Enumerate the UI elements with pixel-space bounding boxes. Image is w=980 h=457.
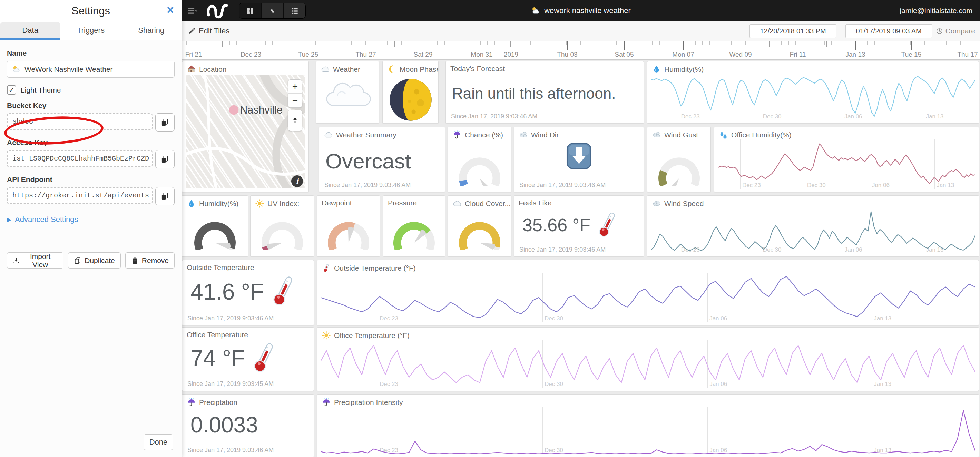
tile-humidity-chart[interactable]: Humidity(%)Dec 23Dec 30Jan 06Jan 13 (647, 61, 979, 124)
user-email[interactable]: jamie@initialstate.com (900, 0, 972, 21)
close-icon[interactable]: × (167, 3, 174, 17)
precip_intensity-chart (321, 407, 975, 454)
bucket-key-input[interactable]: shds3 (7, 113, 153, 130)
svg-text:Nashville: Nashville (240, 104, 283, 116)
tile-outside-temp[interactable]: Outside Temperature41.6 °FSince Jan 17, … (182, 260, 314, 325)
timeline-minor-tick (910, 41, 911, 45)
map-zoom-in-button[interactable]: + (288, 80, 302, 94)
since-timestamp: Since Jan 17, 2019 9:03:46 AM (451, 113, 537, 120)
wind-icon (519, 130, 528, 139)
timeline-day-tick (540, 41, 540, 47)
map-info-button[interactable]: i (291, 175, 303, 187)
timeline-minor-tick (853, 41, 853, 45)
timeline-day-tick (769, 41, 770, 47)
tile-pressure[interactable]: Pressure (383, 195, 445, 257)
duplicate-button[interactable]: Duplicate (68, 252, 121, 269)
end-date-input[interactable]: 01/17/2019 09:03 AM (845, 24, 932, 38)
tile-wind-dir[interactable]: Wind DirSince Jan 17, 2019 9:03:46 AM (514, 127, 644, 192)
timeline-minor-tick (710, 41, 710, 45)
copy-api-endpoint-button[interactable] (155, 187, 175, 205)
access-key-input[interactable]: ist_LS0QPDcCQ8CLhahhFmB5GbEzPrCZD (7, 150, 153, 167)
tile-precipitation[interactable]: Preciptation0.0033Since Jan 17, 2019 9:0… (182, 394, 314, 457)
timeline-minor-tick (243, 41, 244, 45)
dashboard-title: wework nashville weather (182, 0, 980, 21)
thermometer-icon (270, 274, 296, 309)
timeline-major-tick (798, 41, 798, 50)
timeline-day-tick (280, 41, 280, 47)
checkbox-checked-icon[interactable] (7, 85, 16, 95)
moonbig-icon (388, 77, 433, 122)
tile-office-humidity[interactable]: Office Humidity(%)Dec 23Dec 30Jan 06Jan … (714, 127, 979, 192)
timeline-minor-tick (186, 41, 187, 45)
timeline-minor-tick (480, 41, 481, 45)
timeline-major-tick (423, 41, 423, 50)
since-timestamp: Since Jan 17, 2019 9:03:46 AM (325, 182, 410, 189)
tile-chance[interactable]: Chance (%) (447, 127, 511, 192)
timeline-date-label: Wed 09 (729, 51, 752, 58)
timeline-minor-tick (602, 41, 603, 45)
tab-triggers[interactable]: Triggers (60, 22, 121, 40)
map-canvas[interactable]: Nashville (186, 75, 305, 188)
map-zoom-out-button[interactable]: − (288, 94, 302, 107)
timeline-minor-tick (516, 41, 516, 45)
tile-title: Office Temperature (°F) (334, 331, 410, 340)
timeline-minor-tick (545, 41, 545, 45)
timeline-date-label: Fri 11 (789, 51, 806, 58)
timeline-minor-tick (724, 41, 724, 45)
since-timestamp: Since Jan 17, 2019 9:03:46 AM (519, 246, 606, 253)
umbrella-icon (187, 398, 196, 407)
tile-wind-speed[interactable]: Wind SpeedDec 23Dec 30Jan 06Jan 13 (647, 195, 979, 257)
timeline-minor-tick (745, 41, 746, 45)
tile-title: Precipitation Intensity (334, 398, 403, 407)
outside_temp-chart (321, 273, 975, 322)
timeline-minor-tick (358, 41, 359, 45)
import-view-button[interactable]: Import View (7, 252, 64, 269)
timeline-major-tick (194, 41, 194, 50)
start-date-input[interactable]: 12/20/2018 01:33 PM (749, 24, 837, 38)
timeline-date-label: Tue 25 (298, 51, 318, 58)
tile-cloud-cover[interactable]: Cloud Cover... (447, 195, 511, 257)
timeline-minor-tick (688, 41, 689, 45)
tile-uv-index[interactable]: UV Index: (250, 195, 314, 257)
chart-area: Dec 23Dec 30Jan 06Jan 13 (321, 273, 975, 322)
tile-outside-temp-chart[interactable]: Outside Temperature (°F)Dec 23Dec 30Jan … (317, 260, 979, 325)
timeline-minor-tick (538, 41, 538, 45)
tile-moon-phase[interactable]: Moon Phase (382, 61, 439, 124)
tile-location[interactable]: LocationNashville+−i (182, 61, 309, 192)
tab-sharing[interactable]: Sharing (121, 22, 181, 40)
settings-panel: Settings × Data Triggers Sharing Name We… (0, 0, 182, 457)
light-theme-checkbox[interactable]: Light Theme (7, 85, 175, 95)
remove-button[interactable]: Remove (125, 252, 175, 269)
since-timestamp: Since Jan 17, 2019 9:03:45 AM (188, 381, 274, 388)
copy-icon (161, 192, 169, 201)
timeline-ruler[interactable]: Fri 21Dec 23Tue 25Thu 27Sat 29Mon 312019… (182, 41, 980, 60)
view-name-input[interactable]: WeWork Nashville Weather (7, 61, 175, 78)
tab-data[interactable]: Data (0, 22, 60, 40)
copy-access-key-button[interactable] (155, 150, 175, 169)
copy-bucket-key-button[interactable] (155, 113, 175, 132)
done-button[interactable]: Done (143, 434, 173, 450)
tile-wind-gust[interactable]: Wind Gust (647, 127, 711, 192)
tile-office-temp[interactable]: Office Temperature74 °FSince Jan 17, 201… (182, 327, 314, 391)
api-endpoint-input[interactable]: https://groker.init.st/api/events (7, 187, 153, 204)
tile-office-temp-chart[interactable]: Office Temperature (°F)Dec 23Dec 30Jan 0… (317, 327, 979, 391)
timeline-minor-tick (294, 41, 294, 45)
tile-forecast[interactable]: Today's ForecastRain until this afternoo… (445, 61, 644, 124)
tile-weather-summary[interactable]: Weather SummaryOvercastSince Jan 17, 201… (319, 127, 445, 192)
gauge (453, 213, 507, 250)
timeline-minor-tick (903, 41, 904, 45)
timeline-minor-tick (215, 41, 215, 45)
tile-precip-intensity[interactable]: Precipitation IntensityDec 23Dec 30Jan 0… (317, 394, 979, 457)
advanced-settings-link[interactable]: ▶ Advanced Settings (7, 215, 175, 224)
tile-humidity-gauge[interactable]: Humidity(%) (182, 195, 248, 257)
timeline-minor-tick (487, 41, 488, 45)
tile-weather[interactable]: Weather (316, 61, 379, 124)
tile-dewpoint[interactable]: Dewpoint (317, 195, 380, 257)
timeline-minor-tick (939, 41, 939, 45)
gauge (321, 213, 375, 250)
tile-feels-like[interactable]: Feels Like35.66 °FSince Jan 17, 2019 9:0… (514, 195, 644, 257)
compare-button[interactable]: Compare (936, 27, 975, 35)
edit-tiles-button[interactable]: Edit Tiles (188, 21, 229, 41)
timeline-minor-tick (236, 41, 237, 45)
map-compass-button[interactable] (288, 110, 302, 131)
